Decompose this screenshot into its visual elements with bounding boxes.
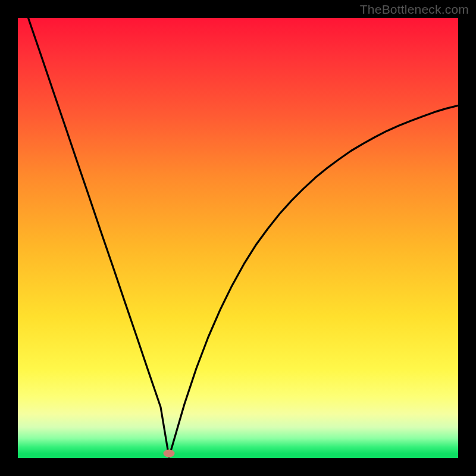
plot-area xyxy=(18,18,458,458)
optimum-marker xyxy=(164,450,175,458)
bottleneck-curve xyxy=(18,18,458,458)
watermark-text: TheBottleneck.com xyxy=(360,2,469,17)
chart-frame: TheBottleneck.com xyxy=(0,0,476,476)
